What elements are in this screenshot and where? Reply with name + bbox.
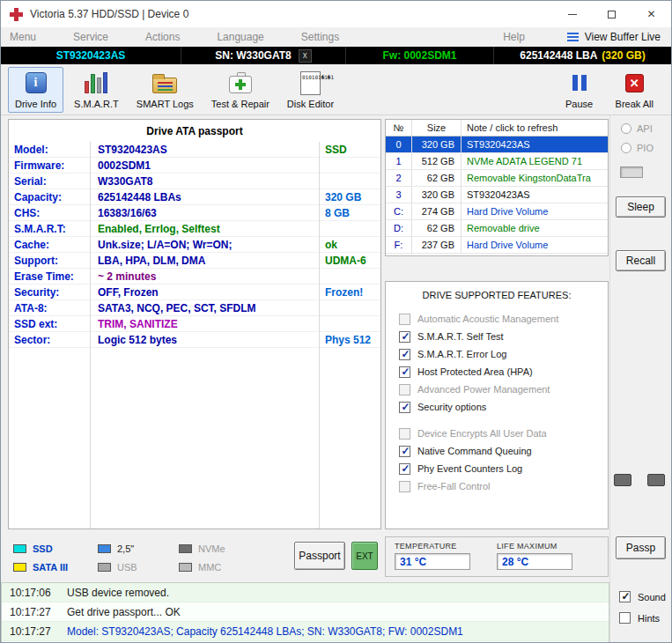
device-row-d[interactable]: D: 62 GB Removable drive: [386, 220, 608, 237]
infobar-close-button[interactable]: x: [299, 49, 312, 63]
legend-item-sata3: SATA III: [13, 562, 98, 573]
life-maximum-group: LIFE MAXIMUM 28 °C: [497, 542, 572, 572]
checkbox-unchecked-icon: [399, 428, 410, 440]
log-entry-1: 10:17:06 USB device removed.: [2, 583, 609, 602]
smart-logs-label: SMART Logs: [137, 99, 194, 109]
mode-indicator-box: [620, 166, 643, 178]
hints-option[interactable]: Hints: [619, 611, 672, 625]
device-list: № Size Note / click to refresh 0 320 GB …: [385, 119, 609, 256]
test-repair-button[interactable]: Test & Repair: [204, 67, 277, 113]
feature-phy-event-counters[interactable]: Phy Event Counters Log: [399, 460, 608, 477]
feature-ncq[interactable]: Native Command Queuing: [399, 442, 608, 460]
ext-button[interactable]: EXT: [351, 542, 378, 570]
feature-advanced-power-management: Advanced Power Management: [399, 381, 608, 398]
passport-row-smart: S.M.A.R.T: Enabled, Errlog, Selftest: [9, 221, 380, 237]
legend-item-nvme: NVMe: [179, 543, 293, 554]
close-button[interactable]: [631, 1, 671, 27]
pause-icon: [572, 75, 587, 91]
disk-editor-button[interactable]: Disk Editor: [280, 67, 341, 113]
supported-features-panel: DRIVE SUPPORTED FEATURES: Automatic Acou…: [385, 281, 609, 529]
log-entry-2: 10:17:27 Get drive passport... OK: [2, 602, 609, 622]
passport-row-support: Support: LBA, HPA, DLM, DMA UDMA-6: [9, 253, 380, 269]
device-row-c[interactable]: C: 274 GB Hard Drive Volume: [386, 203, 608, 220]
temperature-group: TEMPERATURE 31 °C: [395, 542, 470, 572]
legend-item-25: 2,5": [98, 543, 179, 554]
log-entry-3: 10:17:27 Model: ST9320423AS; Capacity 62…: [2, 622, 609, 641]
passport-row-ssd-ext: SSD ext: TRIM, SANITIZE: [9, 316, 380, 332]
life-maximum-value: 28 °C: [497, 553, 572, 570]
passport-row-chs: CHS: 16383/16/63 8 GB: [9, 205, 380, 221]
sleep-button[interactable]: Sleep: [616, 196, 666, 218]
buffer-lines-icon: [567, 33, 579, 34]
device-row-3[interactable]: 3 320 GB ST9320423AS: [386, 187, 608, 203]
checkbox-checked-icon: [399, 402, 410, 413]
checkbox-checked-icon: [399, 349, 410, 360]
bay-25-swatch: [98, 544, 111, 553]
hints-label: Hints: [638, 613, 660, 624]
drive-info-label: Drive Info: [15, 99, 56, 109]
smart-bars-icon: [85, 72, 107, 93]
temperature-label: TEMPERATURE: [395, 542, 470, 551]
life-maximum-label: LIFE MAXIMUM: [497, 542, 572, 551]
break-all-button[interactable]: Break All: [609, 67, 661, 113]
menu-item-service[interactable]: Service: [73, 31, 108, 43]
passport-row-capacity: Capacity: 625142448 LBAs 320 GB: [9, 189, 380, 205]
drive-info-bar: ST9320423AS SN: W330GAT8 x Fw: 0002SDM1 …: [1, 47, 671, 64]
mmc-swatch: [179, 563, 192, 572]
menu-item-language[interactable]: Language: [217, 31, 263, 43]
hints-checkbox: [619, 612, 631, 624]
smart-logs-button[interactable]: SMART Logs: [129, 67, 201, 113]
infobar-gb-text: (320 GB): [602, 49, 645, 62]
passp-button[interactable]: Passp: [616, 536, 666, 559]
device-row-0[interactable]: 0 320 GB ST9320423AS: [386, 137, 608, 153]
device-row-2[interactable]: 2 62 GB Removable KingstonDataTra: [386, 170, 608, 187]
info-icon: [26, 72, 47, 93]
menu-item-menu[interactable]: Menu: [10, 31, 36, 43]
victoria-logo-icon: [10, 8, 23, 21]
smart-button[interactable]: S.M.A.R.T: [67, 67, 126, 113]
infobar-firmware: Fw: 0002SDM1: [346, 47, 494, 64]
recall-button[interactable]: Recall: [616, 250, 666, 271]
menu-item-help[interactable]: Help: [503, 31, 525, 43]
checkbox-unchecked-icon: [399, 384, 410, 395]
title-bar: Victoria 5.37 HDD/SSD | Device 0: [1, 1, 671, 27]
pio-radio: [621, 143, 631, 153]
minimize-button[interactable]: [552, 1, 592, 27]
pause-button[interactable]: Pause: [554, 67, 605, 113]
sound-option[interactable]: Sound: [619, 590, 672, 603]
drive-passport-panel: Drive ATA passport Model: ST9320423AS SS…: [8, 119, 381, 529]
passport-row-erase-time: Erase Time: ~ 2 minutes: [9, 269, 380, 285]
window-title: Victoria 5.37 HDD/SSD | Device 0: [30, 8, 188, 20]
passport-title: Drive ATA passport: [9, 120, 380, 142]
passport-button[interactable]: Passport: [294, 542, 345, 570]
menu-item-actions[interactable]: Actions: [145, 31, 180, 43]
device-row-f[interactable]: F: 237 GB Hard Drive Volume: [386, 237, 608, 254]
smart-label: S.M.A.R.T: [74, 99, 119, 109]
log-panel: 10:17:06 USB device removed. 10:17:27 Ge…: [1, 582, 609, 643]
device-row-1[interactable]: 1 512 GB NVMe ADATA LEGEND 71: [386, 153, 608, 170]
feature-hpa[interactable]: Host Protected Area (HPA): [399, 363, 608, 381]
sound-label: Sound: [638, 592, 666, 602]
feature-smart-error-log[interactable]: S.M.A.R.T. Error Log: [399, 345, 608, 363]
checkbox-checked-icon: [399, 446, 410, 457]
legend-item-ssd: SSD: [13, 543, 98, 554]
infobar-serial: SN: W330GAT8 x: [181, 47, 346, 64]
view-buffer-live-toggle[interactable]: View Buffer Live: [567, 31, 661, 43]
feature-security-options[interactable]: Security options: [399, 398, 608, 416]
nvme-swatch: [179, 544, 192, 553]
passport-row-security: Security: OFF, Frozen Frozen!: [9, 285, 380, 300]
infobar-lba-text: 625142448 LBA: [520, 49, 597, 62]
checkbox-unchecked-icon: [399, 481, 410, 492]
maximize-button[interactable]: [592, 1, 631, 27]
temperature-panel: TEMPERATURE 31 °C LIFE MAXIMUM 28 °C: [385, 536, 609, 577]
passport-row-cache: Cache: Unk.size; L/A=ON; Wr=ON; ok: [9, 237, 380, 253]
minimize-icon: [568, 14, 577, 15]
main-toolbar: Drive Info S.M.A.R.T SMART Logs Test & R…: [1, 64, 671, 115]
disk-editor-label: Disk Editor: [287, 99, 334, 109]
feature-smart-self-test[interactable]: S.M.A.R.T. Self Test: [399, 328, 608, 345]
drive-info-button[interactable]: Drive Info: [8, 67, 63, 113]
mini-button-left[interactable]: [614, 474, 631, 486]
mini-button-right[interactable]: [647, 474, 665, 486]
menu-item-settings[interactable]: Settings: [301, 31, 339, 43]
temperature-value: 31 °C: [395, 553, 470, 570]
